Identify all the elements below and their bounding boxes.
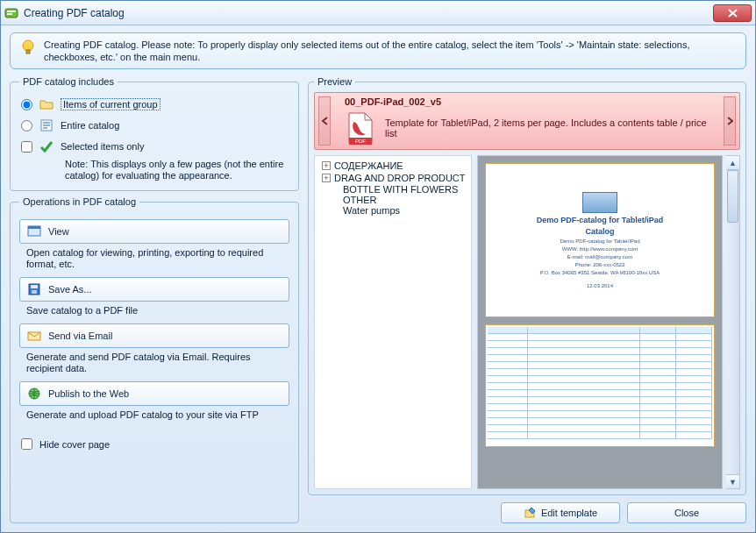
cover-title: Demo PDF-catalog for Tablet/iPad	[537, 216, 663, 224]
scroll-thumb[interactable]	[727, 170, 738, 223]
template-prev-button[interactable]	[318, 96, 331, 146]
tree-node[interactable]: OTHER	[317, 195, 469, 205]
includes-group: PDF catalog includes Items of current gr…	[10, 76, 299, 191]
template-name: 00_PDF-iPad_002_v5	[345, 96, 715, 107]
right-panel: Preview 00_PDF-iPad_002_v5	[308, 76, 746, 523]
columns: PDF catalog includes Items of current gr…	[10, 76, 746, 523]
tree-expand-icon[interactable]: +	[322, 161, 331, 170]
preview-scrollbar[interactable]: ▲ ▼	[726, 155, 740, 489]
svg-rect-13	[32, 290, 37, 294]
globe-icon	[27, 387, 41, 401]
option-current-group-label: Items of current group	[61, 98, 160, 110]
info-banner: Creating PDF catalog. Please note: To pr…	[10, 32, 746, 69]
view-icon	[27, 224, 41, 238]
tree-node[interactable]: + DRAG AND DROP PRODUCT	[317, 172, 469, 184]
window-title: Creating PDF catalog	[24, 7, 713, 19]
svg-rect-10	[28, 226, 40, 229]
title-bar: Creating PDF catalog	[1, 1, 755, 25]
pdf-icon: PDF	[345, 110, 376, 146]
tree-node[interactable]: + СОДЕРЖАНИЕ	[317, 160, 469, 172]
svg-rect-12	[31, 285, 38, 288]
close-window-button[interactable]	[713, 4, 752, 22]
cover-page-preview: Demo PDF-catalog for Tablet/iPad Catalog…	[485, 163, 715, 317]
web-button-label: Publish to the Web	[48, 388, 129, 399]
web-button[interactable]: Publish to the Web	[19, 381, 289, 406]
scroll-down-button[interactable]: ▼	[726, 474, 739, 488]
email-icon	[27, 329, 41, 343]
email-desc: Generate and send PDF catalog via Email.…	[19, 348, 289, 376]
checkbox-selected-items[interactable]	[21, 141, 32, 153]
svg-rect-2	[7, 13, 12, 15]
close-button[interactable]: Close	[627, 502, 746, 523]
web-desc: Generate and upload PDF catalog to your …	[19, 406, 289, 423]
template-next-button[interactable]	[724, 96, 736, 146]
edit-template-label: Edit template	[541, 508, 597, 518]
checkbox-hide-cover[interactable]	[21, 438, 32, 450]
edit-icon	[524, 507, 536, 519]
svg-rect-1	[7, 11, 16, 12]
tree-node[interactable]: BOTTLE WITH FLOWERS	[317, 184, 469, 195]
template-bar: 00_PDF-iPad_002_v5 PDF	[314, 92, 740, 150]
option-selected-items-label: Selected items only	[61, 141, 144, 152]
toc-page-preview	[485, 324, 715, 447]
bottom-bar: Edit template Close	[308, 495, 746, 523]
option-entire-catalog[interactable]: Entire catalog	[19, 115, 289, 136]
catalog-icon	[39, 118, 53, 132]
radio-entire-catalog[interactable]	[21, 120, 32, 131]
close-label: Close	[674, 508, 699, 518]
app-icon	[4, 6, 18, 20]
template-desc: Template for Tablet/iPad, 2 items per pa…	[385, 117, 715, 139]
view-button[interactable]: View	[19, 219, 289, 244]
folder-icon	[39, 97, 53, 111]
preview-body: + СОДЕРЖАНИЕ + DRAG AND DROP PRODUCT BOT…	[314, 155, 740, 489]
includes-note: Note: This displays only a few pages (no…	[19, 157, 289, 183]
lightbulb-icon	[19, 39, 37, 56]
option-selected-items[interactable]: Selected items only	[19, 136, 289, 157]
option-entire-catalog-label: Entire catalog	[61, 120, 119, 131]
checkmark-icon	[39, 139, 53, 153]
info-banner-text: Creating PDF catalog. Please note: To pr…	[44, 39, 737, 63]
left-panel: PDF catalog includes Items of current gr…	[10, 76, 299, 523]
cover-subtitle: Catalog	[585, 227, 614, 236]
page-preview-area[interactable]: Demo PDF-catalog for Tablet/iPad Catalog…	[477, 155, 723, 489]
hide-cover-label: Hide cover page	[39, 439, 110, 450]
tree-expand-icon[interactable]: +	[322, 174, 331, 182]
save-icon	[27, 282, 41, 296]
hide-cover-option[interactable]: Hide cover page	[19, 435, 289, 453]
save-button-label: Save As...	[48, 284, 92, 295]
content-tree[interactable]: + СОДЕРЖАНИЕ + DRAG AND DROP PRODUCT BOT…	[314, 155, 472, 489]
preview-legend: Preview	[314, 76, 355, 87]
scroll-up-button[interactable]: ▲	[726, 156, 739, 170]
tree-node[interactable]: Water pumps	[317, 205, 469, 216]
svg-rect-6	[43, 122, 50, 124]
email-button[interactable]: Send via Email	[19, 323, 289, 348]
preview-group: Preview 00_PDF-iPad_002_v5	[308, 76, 746, 495]
save-button[interactable]: Save As...	[19, 277, 289, 302]
scroll-track[interactable]	[726, 170, 739, 474]
svg-rect-8	[43, 127, 47, 129]
cover-image-placeholder	[582, 192, 617, 213]
radio-current-group[interactable]	[21, 99, 32, 110]
svg-text:PDF: PDF	[355, 139, 366, 144]
svg-rect-7	[43, 124, 50, 126]
includes-legend: PDF catalog includes	[19, 76, 118, 87]
view-desc: Open catalog for viewing, printing, expo…	[19, 244, 289, 272]
svg-rect-4	[26, 50, 30, 53]
email-button-label: Send via Email	[48, 330, 112, 341]
save-desc: Save catalog to a PDF file	[19, 302, 289, 318]
view-button-label: View	[48, 226, 69, 237]
operations-legend: Operations in PDF catalog	[19, 196, 139, 207]
option-current-group[interactable]: Items of current group	[19, 94, 289, 115]
app-window: Creating PDF catalog Creating PDF catalo…	[0, 0, 756, 533]
window-body: Creating PDF catalog. Please note: To pr…	[1, 25, 755, 532]
edit-template-button[interactable]: Edit template	[501, 502, 620, 523]
operations-group: Operations in PDF catalog View Open cata…	[10, 196, 299, 523]
page-preview-column: Demo PDF-catalog for Tablet/iPad Catalog…	[477, 155, 740, 489]
